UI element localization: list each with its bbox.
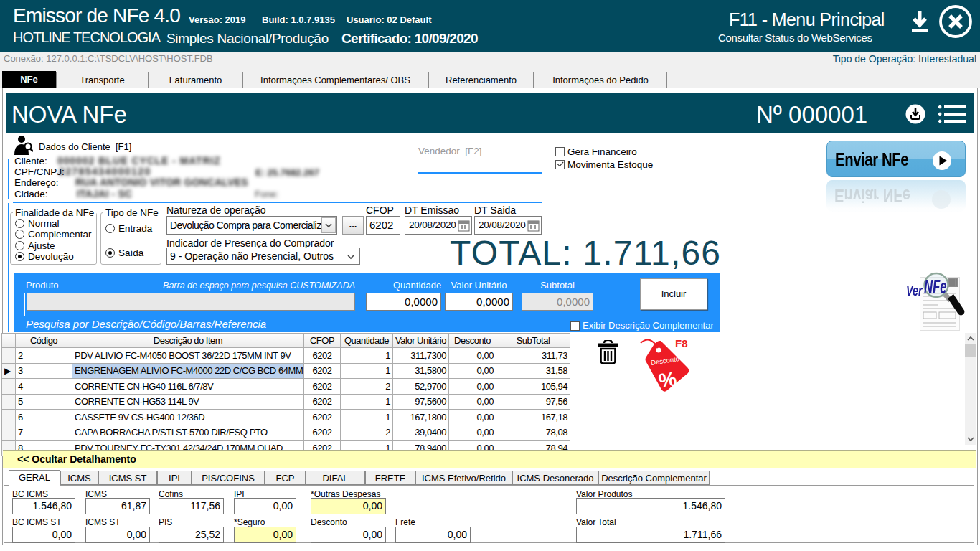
- svg-text:%: %: [657, 367, 679, 392]
